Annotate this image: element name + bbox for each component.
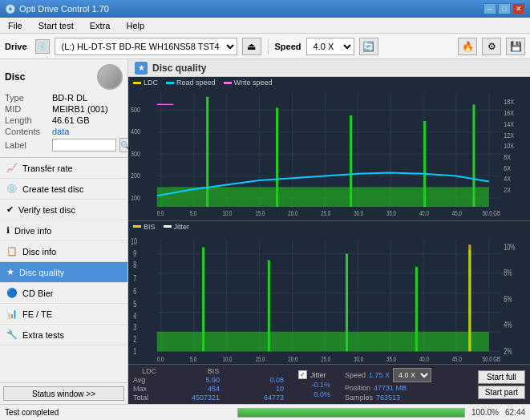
label-label: Label (5, 140, 49, 150)
statusbar: Test completed 100.0% 62:44 (0, 404, 530, 420)
fe-te-icon: 📊 (6, 309, 18, 319)
svg-text:8%: 8% (504, 267, 512, 277)
sidebar-item-fe-te[interactable]: 📊 FE / TE (0, 304, 127, 325)
sidebar-item-verify-test-disc[interactable]: ✔ Verify test disc (0, 200, 127, 220)
disc-thumbnail (97, 64, 123, 90)
svg-text:2: 2 (133, 333, 136, 344)
total-label: Total (133, 394, 156, 402)
content-area: ★ Disc quality LDC Read speed (128, 59, 530, 404)
app-icon: 💿 (5, 4, 16, 14)
label-input[interactable] (52, 139, 116, 151)
close-button[interactable]: ✕ (512, 3, 525, 14)
svg-text:14X: 14X (504, 119, 514, 128)
total-bis-value: 64773 (252, 394, 284, 402)
svg-text:8X: 8X (504, 152, 511, 161)
settings-button[interactable]: ⚙ (482, 38, 501, 55)
svg-text:3: 3 (133, 321, 136, 332)
svg-text:6%: 6% (504, 293, 512, 303)
start-part-button[interactable]: Start part (478, 386, 525, 399)
type-label: Type (5, 93, 49, 103)
svg-text:30.0: 30.0 (354, 354, 363, 363)
save-button[interactable]: 💾 (506, 38, 525, 55)
menu-file[interactable]: File (3, 19, 27, 32)
jitter-checkbox[interactable]: ✓ (298, 370, 307, 379)
menu-help[interactable]: Help (121, 19, 149, 32)
sidebar-item-cd-bier[interactable]: 🔵 CD Bier (0, 283, 127, 304)
drive-select[interactable]: (L:) HL-DT-ST BD-RE WH16NS58 TST4 (55, 38, 237, 55)
svg-text:9: 9 (133, 248, 136, 258)
type-value: BD-R DL (52, 93, 87, 103)
writespeed-legend-label: Write speed (234, 79, 273, 87)
minimize-button[interactable]: ─ (483, 3, 496, 14)
disc-panel: Disc Type BD-R DL MID MEIRB1 (001) Lengt… (0, 59, 127, 158)
progress-bar-container (237, 408, 465, 418)
samples-row: Samples 763513 (345, 394, 431, 402)
stats-header-row: LDC BIS (133, 367, 284, 375)
svg-text:2X: 2X (504, 185, 511, 194)
chart2-svg: 10 9 8 7 6 5 4 3 2 1 10% 8% 6% 4% 2% (128, 221, 530, 365)
start-buttons: Start full Start part (478, 370, 525, 399)
jitter-legend: Jitter (164, 223, 190, 231)
menu-extra[interactable]: Extra (85, 19, 115, 32)
svg-text:100: 100 (131, 193, 140, 202)
svg-text:35.0: 35.0 (386, 209, 396, 217)
disc-mid-row: MID MEIRB1 (001) (5, 104, 123, 114)
svg-text:10X: 10X (504, 141, 514, 150)
total-ldc-value: 4507321 (188, 394, 220, 402)
length-label: Length (5, 115, 49, 125)
jitter-header: ✓ Jitter (298, 370, 330, 379)
max-label: Max (133, 385, 156, 393)
speed-dropdown[interactable]: 4.0 X 2.0 X (393, 368, 431, 382)
svg-text:6X: 6X (504, 164, 511, 172)
maximize-button[interactable]: □ (498, 3, 511, 14)
speed-select[interactable]: 4.0 X 2.0 X 1.0 X (306, 38, 354, 55)
chart1-legend: LDC Read speed Write speed (128, 77, 277, 88)
max-row: Max 454 10 (133, 385, 284, 393)
ldc-legend-color (133, 82, 141, 84)
disc-contents-row: Contents data (5, 127, 123, 136)
burn-button[interactable]: 🔥 (458, 38, 477, 55)
contents-label: Contents (5, 127, 49, 136)
start-full-button[interactable]: Start full (478, 370, 525, 384)
svg-rect-43 (206, 97, 208, 207)
chart2-legend: BIS Jitter (128, 221, 194, 232)
jitter-legend-color (164, 225, 172, 228)
svg-text:10.0: 10.0 (223, 209, 233, 217)
sidebar-item-drive-info[interactable]: ℹ Drive info (0, 220, 127, 241)
status-window-button[interactable]: Status window >> (3, 386, 124, 401)
position-label: Position (345, 384, 370, 392)
app-title: Opti Drive Control 1.70 (19, 4, 109, 14)
svg-text:10: 10 (131, 236, 137, 246)
jitter-section: ✓ Jitter -0.1% 0.0% (298, 370, 330, 398)
sidebar-item-extra-tests[interactable]: 🔧 Extra tests (0, 325, 127, 345)
bis-legend: BIS (133, 223, 156, 231)
sidebar-item-disc-info[interactable]: 📋 Disc info (0, 241, 127, 262)
status-text: Test completed (5, 408, 231, 417)
chart2-area: BIS Jitter (128, 221, 530, 365)
svg-text:15.0: 15.0 (255, 354, 265, 363)
titlebar: 💿 Opti Drive Control 1.70 ─ □ ✕ (0, 0, 530, 18)
sidebar-item-create-test-disc[interactable]: 💿 Create test disc (0, 179, 127, 200)
svg-text:25.0: 25.0 (321, 354, 330, 363)
refresh-button[interactable]: 🔄 (359, 38, 378, 55)
svg-text:40.0: 40.0 (419, 354, 429, 363)
eject-button[interactable]: ⏏ (242, 38, 261, 55)
verify-test-disc-label: Verify test disc (18, 205, 75, 215)
sidebar-item-transfer-rate[interactable]: 📈 Transfer rate (0, 158, 127, 179)
menubar: File Start test Extra Help (0, 18, 530, 34)
menu-start-test[interactable]: Start test (34, 19, 79, 32)
cd-bier-label: CD Bier (22, 289, 54, 298)
ldc-legend: LDC (133, 79, 158, 87)
extra-tests-label: Extra tests (22, 330, 64, 340)
speed-section: Speed 1.75 X 4.0 X 2.0 X Position 47731 … (345, 368, 431, 402)
sidebar-item-disc-quality[interactable]: ★ Disc quality (0, 262, 127, 283)
svg-text:2%: 2% (504, 345, 512, 355)
speed-key-value: 1.75 X (369, 371, 390, 379)
create-test-disc-icon: 💿 (6, 184, 18, 194)
fe-te-label: FE / TE (22, 309, 52, 319)
svg-text:40.0: 40.0 (419, 209, 429, 217)
titlebar-controls[interactable]: ─ □ ✕ (483, 3, 525, 14)
svg-rect-97 (415, 266, 418, 350)
transfer-rate-label: Transfer rate (22, 164, 73, 173)
svg-text:25.0: 25.0 (321, 209, 330, 217)
